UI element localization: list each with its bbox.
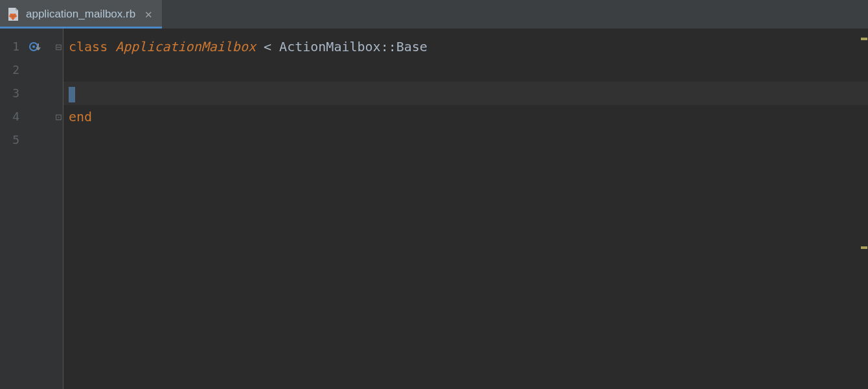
fold-open-icon[interactable]: ⊟ <box>55 43 62 51</box>
line-number[interactable]: 5 <box>0 128 29 152</box>
code-line-3[interactable] <box>63 82 868 105</box>
code-line-1[interactable]: class ApplicationMailbox < ActionMailbox… <box>63 35 868 58</box>
svg-point-1 <box>32 45 35 48</box>
line-number[interactable]: 1 <box>0 35 29 58</box>
line-numbers: 1 2 3 4 5 <box>0 29 29 389</box>
line-number[interactable]: 4 <box>0 105 29 128</box>
keyword: end <box>69 109 92 124</box>
line-number[interactable]: 2 <box>0 58 29 82</box>
text-cursor <box>69 87 75 102</box>
gutter-marks: ⊟ ⊡ <box>29 29 63 389</box>
close-icon[interactable]: ✕ <box>144 10 153 19</box>
tab-bar: application_mailbox.rb ✕ <box>0 0 868 29</box>
keyword: class <box>69 39 115 54</box>
stripe-marker[interactable] <box>861 246 867 249</box>
class-name: ApplicationMailbox <box>115 39 256 54</box>
code-area[interactable]: class ApplicationMailbox < ActionMailbox… <box>63 29 868 389</box>
line-number[interactable]: 3 <box>0 82 29 105</box>
code-line-5[interactable] <box>63 128 868 152</box>
editor: 1 2 3 4 5 ⊟ ⊡ <box>0 29 868 389</box>
fold-close-icon[interactable]: ⊡ <box>55 113 62 121</box>
tab-filename: application_mailbox.rb <box>26 8 135 21</box>
code-rest: < ActionMailbox::Base <box>256 39 428 54</box>
editor-tab[interactable]: application_mailbox.rb ✕ <box>0 0 162 29</box>
error-stripe[interactable] <box>859 29 868 389</box>
code-line-4[interactable]: end <box>63 105 868 128</box>
code-line-2[interactable] <box>63 58 868 82</box>
stripe-marker[interactable] <box>861 38 867 40</box>
ruby-file-icon <box>6 7 19 21</box>
navigate-icon[interactable] <box>29 40 43 54</box>
gutter: 1 2 3 4 5 ⊟ ⊡ <box>0 29 63 389</box>
